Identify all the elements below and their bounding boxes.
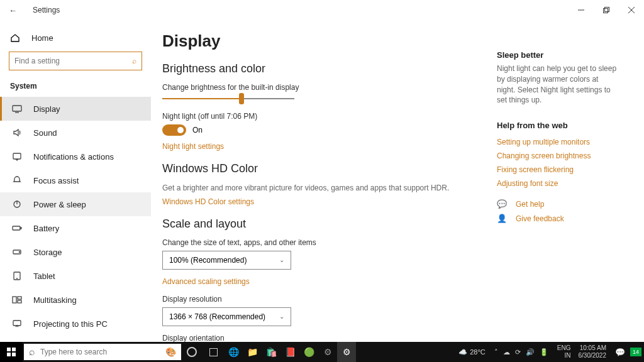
restore-button[interactable] bbox=[594, 1, 619, 19]
chevron-down-icon: ⌄ bbox=[279, 313, 284, 320]
svg-rect-25 bbox=[7, 348, 11, 351]
display-icon bbox=[12, 104, 22, 114]
sidebar-item-projecting[interactable]: Projecting to this PC bbox=[0, 312, 151, 336]
scale-dropdown[interactable]: 100% (Recommended) ⌄ bbox=[162, 251, 291, 270]
sidebar-item-label: Projecting to this PC bbox=[33, 319, 108, 329]
settings-icon[interactable]: ⚙ bbox=[318, 342, 337, 362]
get-help-link[interactable]: Get help bbox=[516, 200, 544, 209]
notification-badge[interactable]: 14 bbox=[630, 348, 641, 356]
sleep-better-heading: Sleep better bbox=[497, 50, 618, 60]
scale-value: 100% (Recommended) bbox=[169, 256, 247, 265]
edge-icon[interactable]: 🌐 bbox=[224, 342, 243, 362]
office-icon[interactable]: 📕 bbox=[280, 342, 299, 362]
brightness-label: Change brightness for the built-in displ… bbox=[162, 83, 497, 92]
taskbar-search-input[interactable] bbox=[40, 348, 160, 356]
weather-widget[interactable]: ☁️ 28°C bbox=[455, 348, 489, 356]
copilot-icon: 🎨 bbox=[165, 347, 176, 357]
svg-rect-1 bbox=[604, 9, 608, 13]
svg-rect-26 bbox=[12, 348, 16, 351]
minimize-button[interactable] bbox=[569, 1, 594, 19]
wifi-icon[interactable]: ⟳ bbox=[515, 348, 521, 356]
sidebar-item-sound[interactable]: Sound bbox=[0, 121, 151, 145]
give-feedback-link[interactable]: Give feedback bbox=[516, 214, 564, 223]
sidebar-item-label: Display bbox=[33, 104, 60, 114]
brightness-slider[interactable] bbox=[162, 96, 294, 102]
hdcolor-desc: Get a brighter and more vibrant picture … bbox=[162, 183, 497, 194]
night-light-label: Night light (off until 7:06 PM) bbox=[162, 112, 497, 121]
section-label: System bbox=[0, 77, 151, 97]
chevron-up-icon[interactable]: ˄ bbox=[494, 348, 498, 356]
sound-icon bbox=[12, 128, 22, 138]
help-link-flickering[interactable]: Fixing screen flickering bbox=[497, 165, 618, 174]
search-icon: ⌕ bbox=[132, 57, 136, 65]
chrome-icon[interactable]: 🟢 bbox=[299, 342, 318, 362]
toggle-state-label: On bbox=[192, 126, 203, 134]
search-input[interactable] bbox=[14, 57, 132, 65]
night-light-settings-link[interactable]: Night light settings bbox=[162, 142, 497, 151]
search-icon: ⌕ bbox=[29, 346, 35, 358]
taskbar: ⌕ 🎨 🌐 📁 🛍️ 📕 🟢 ⚙ ⚙ ☁️ 28°C ˄ ☁ ⟳ 🔊 🔋 ENG… bbox=[0, 342, 644, 362]
action-center-button[interactable]: 💬 bbox=[610, 348, 630, 357]
taskbar-search[interactable]: ⌕ 🎨 bbox=[24, 344, 181, 360]
sidebar-item-label: Multitasking bbox=[33, 295, 77, 305]
resolution-dropdown[interactable]: 1366 × 768 (Recommended) ⌄ bbox=[162, 307, 291, 326]
home-nav[interactable]: Home bbox=[0, 28, 151, 48]
close-button[interactable] bbox=[619, 1, 644, 19]
hdcolor-settings-link[interactable]: Windows HD Color settings bbox=[162, 197, 497, 206]
help-link-fontsize[interactable]: Adjusting font size bbox=[497, 179, 618, 188]
help-web-heading: Help from the web bbox=[497, 121, 618, 130]
sidebar-item-tablet[interactable]: Tablet bbox=[0, 264, 151, 288]
svg-rect-28 bbox=[12, 353, 16, 356]
multitasking-icon bbox=[12, 295, 22, 305]
sidebar-item-label: Battery bbox=[33, 224, 59, 233]
titlebar: ← Settings bbox=[0, 0, 644, 20]
sidebar-item-label: Focus assist bbox=[33, 176, 79, 185]
focus-assist-icon bbox=[12, 175, 22, 185]
volume-icon[interactable]: 🔊 bbox=[526, 348, 535, 356]
resolution-label: Display resolution bbox=[162, 295, 497, 304]
battery-tray-icon[interactable]: 🔋 bbox=[540, 348, 548, 356]
system-tray[interactable]: ˄ ☁ ⟳ 🔊 🔋 bbox=[489, 348, 553, 356]
onedrive-icon[interactable]: ☁ bbox=[503, 348, 510, 356]
help-link-brightness[interactable]: Changing screen brightness bbox=[497, 151, 618, 160]
cortana-button[interactable] bbox=[181, 342, 203, 362]
hdcolor-heading: Windows HD Color bbox=[162, 162, 497, 175]
settings-icon-active[interactable]: ⚙ bbox=[337, 342, 356, 362]
help-link-monitors[interactable]: Setting up multiple monitors bbox=[497, 138, 618, 146]
sidebar-item-label: Sound bbox=[33, 128, 57, 138]
advanced-scaling-link[interactable]: Advanced scaling settings bbox=[162, 277, 497, 286]
chevron-down-icon: ⌄ bbox=[279, 256, 284, 263]
sidebar-item-battery[interactable]: Battery bbox=[0, 216, 151, 240]
find-setting-search[interactable]: ⌕ bbox=[9, 52, 142, 70]
sidebar-item-power-sleep[interactable]: Power & sleep bbox=[0, 192, 151, 216]
svg-rect-5 bbox=[13, 106, 21, 111]
svg-point-13 bbox=[19, 251, 19, 252]
svg-rect-17 bbox=[18, 297, 21, 299]
svg-rect-16 bbox=[13, 297, 16, 303]
svg-rect-27 bbox=[7, 353, 11, 356]
sidebar-item-focus-assist[interactable]: Focus assist bbox=[0, 168, 151, 192]
explorer-icon[interactable]: 📁 bbox=[243, 342, 262, 362]
svg-rect-19 bbox=[13, 321, 21, 326]
sidebar-item-storage[interactable]: Storage bbox=[0, 240, 151, 264]
language-indicator[interactable]: ENG IN bbox=[553, 344, 575, 359]
sidebar-item-multitasking[interactable]: Multitasking bbox=[0, 288, 151, 312]
window-title: Settings bbox=[33, 6, 60, 14]
svg-rect-7 bbox=[13, 153, 21, 159]
projecting-icon bbox=[12, 319, 22, 329]
orientation-label: Display orientation bbox=[162, 334, 497, 342]
sidebar-item-display[interactable]: Display bbox=[0, 97, 151, 121]
night-light-toggle[interactable] bbox=[162, 124, 186, 136]
sidebar-item-label: Storage bbox=[33, 248, 62, 257]
scale-heading: Scale and layout bbox=[162, 217, 497, 231]
clock[interactable]: 10:05 AM 6/30/2022 bbox=[574, 344, 610, 359]
sidebar-item-notifications[interactable]: Notifications & actions bbox=[0, 145, 151, 168]
notifications-icon bbox=[12, 151, 22, 162]
brightness-heading: Brightness and color bbox=[162, 62, 497, 75]
store-icon[interactable]: 🛍️ bbox=[262, 342, 280, 362]
task-view-button[interactable] bbox=[203, 342, 224, 362]
sleep-better-desc: Night light can help you get to sleep by… bbox=[497, 63, 618, 106]
start-button[interactable] bbox=[0, 342, 23, 362]
help-icon: 💬 bbox=[497, 199, 507, 209]
back-button[interactable]: ← bbox=[9, 6, 21, 15]
